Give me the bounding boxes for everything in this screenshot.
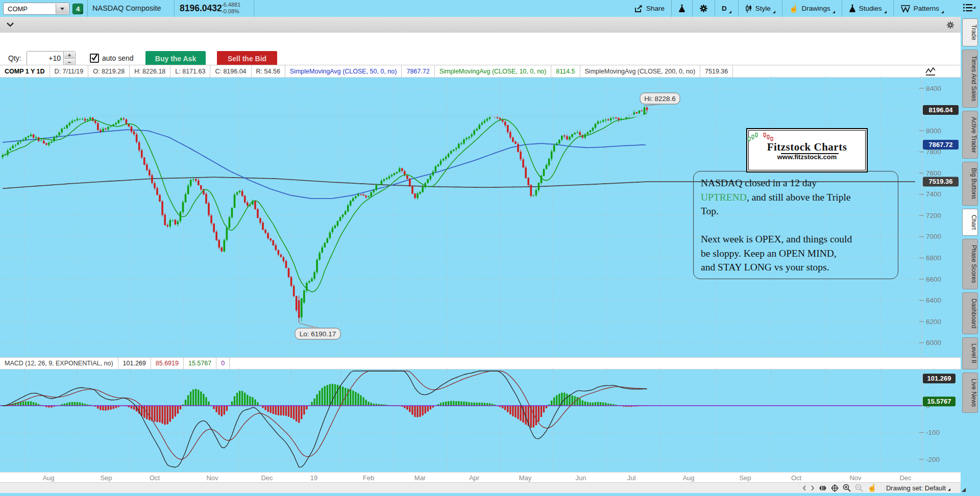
month-label: Jul — [627, 474, 636, 482]
list-icon — [963, 3, 974, 12]
dropdown-corner-icon — [884, 11, 887, 13]
divider — [87, 0, 88, 17]
chevron-down-icon — [60, 8, 64, 10]
ohlc-field: O: 8219.28 — [88, 65, 130, 77]
sidebar-tab-trade[interactable]: Trade — [962, 18, 978, 46]
drawings-button[interactable]: ☝ Drawings — [782, 0, 842, 17]
gear-icon[interactable] — [946, 21, 954, 29]
divider — [174, 0, 175, 17]
macd-value: 85.6919 — [151, 358, 184, 369]
month-label: Sep — [739, 474, 751, 482]
chart-ohlc-header: COMP 1 Y 1DD: 7/11/19O: 8219.28H: 8226.1… — [0, 65, 961, 78]
lo-bubble: Lo: 6190.17 — [300, 330, 336, 338]
zoom-out-icon[interactable] — [855, 484, 863, 492]
style-button[interactable]: Style — [738, 0, 782, 17]
month-label: Oct — [791, 474, 801, 482]
auto-send-checkbox[interactable] — [90, 54, 99, 63]
link-level-badge[interactable]: 4 — [72, 4, 83, 14]
share-button[interactable]: Share — [628, 0, 671, 17]
studies-button[interactable]: Studies — [842, 0, 893, 17]
zoom-in-icon[interactable] — [843, 484, 851, 492]
sidebar-tab-times-and-sales[interactable]: Times And Sales — [962, 49, 978, 108]
price-badge: 8196.04 — [929, 106, 953, 114]
macd-value: 0 — [216, 358, 230, 369]
sidebar-tab-dashboard[interactable]: Dashboard — [962, 292, 978, 335]
price-change: -6.4881 -0.08% — [222, 2, 240, 15]
macd-badge: 15.5767 — [927, 398, 951, 405]
month-label: Mar — [414, 474, 426, 482]
price-tick-label: 6800 — [926, 254, 941, 262]
resize-grip[interactable] — [962, 488, 966, 492]
qty-label: Qty: — [8, 54, 21, 62]
timeframe-button[interactable]: D — [715, 0, 738, 17]
drawing-set-selector[interactable]: Drawing set: Default — [886, 484, 950, 492]
month-label: Dec — [899, 474, 911, 482]
price-tick-label: 6400 — [926, 296, 941, 304]
fitzstock-logo-box: Fitzstock Charts www.fitzstock.com — [746, 128, 868, 172]
month-label: Aug — [42, 474, 54, 482]
price-tick-label: 6600 — [926, 276, 941, 283]
gadget-collapse-bar — [0, 17, 961, 33]
last-price: 8196.0432 — [180, 3, 222, 14]
line-chart-icon[interactable] — [925, 67, 936, 76]
macd-chart[interactable]: 0-100-200101.26915.5767 — [0, 368, 961, 472]
analyze-button[interactable] — [671, 0, 692, 17]
study-value: 7519.36 — [700, 65, 733, 77]
sidebar-tab-live-news[interactable]: Live News — [962, 373, 978, 413]
dropdown-corner-icon — [973, 6, 975, 9]
macd-study-label[interactable]: MACD (12, 26, 9, EXPONENTIAL, no) — [0, 358, 118, 369]
price-tick-label: 7200 — [926, 212, 941, 219]
month-label: Apr — [469, 474, 479, 482]
forward-arrow-icon[interactable] — [811, 485, 815, 491]
hand-pointer-icon: ☝ — [789, 5, 799, 12]
hi-bubble: Hi: 8228.6 — [644, 95, 676, 103]
analysis-note-box[interactable]: NASDAQ closed in a 12 dayUPTREND, and st… — [693, 171, 898, 279]
gadget-list-button[interactable] — [963, 3, 975, 12]
change-percent: -0.08% — [222, 8, 240, 15]
price-tick-label: 8400 — [926, 85, 941, 92]
price-tick-label: 6000 — [926, 339, 941, 346]
month-label: Dec — [261, 474, 273, 482]
sidebar-tab-big-buttons[interactable]: Big Buttons — [962, 162, 978, 205]
study-label[interactable]: SimpleMovingAvg (CLOSE, 10, 0, no) — [435, 65, 552, 77]
share-label: Share — [646, 5, 665, 12]
sidebar-tab-chart[interactable]: Chart — [962, 209, 978, 236]
auto-scroll-icon[interactable] — [819, 485, 827, 491]
study-label[interactable]: SimpleMovingAvg (CLOSE, 50, 0, no) — [285, 65, 402, 77]
study-label[interactable]: SimpleMovingAvg (CLOSE, 200, 0, no) — [580, 65, 701, 77]
logo-title: Fitzstock Charts — [747, 141, 867, 153]
back-arrow-icon[interactable] — [802, 485, 806, 491]
sidebar-tab-phase-scores[interactable]: Phase Scores — [962, 239, 978, 289]
macd-header: MACD (12, 26, 9, EXPONENTIAL, no)101.269… — [0, 357, 961, 369]
price-tick-label: 7400 — [926, 190, 941, 198]
price-tick-label: 8000 — [926, 127, 941, 135]
month-label: Aug — [682, 474, 694, 482]
window-bottom-edge — [0, 493, 980, 496]
qty-value[interactable]: +10 — [27, 52, 63, 66]
macd-badge: 101.269 — [927, 375, 951, 382]
time-axis[interactable]: AugSepOctNovDec19FebMarAprMayJunJulAugSe… — [0, 472, 961, 483]
month-label: Nov — [849, 474, 861, 482]
symbol-select[interactable]: COMP — [3, 3, 69, 15]
hand-pointer-icon[interactable]: ☝ — [867, 483, 877, 492]
logo-candles-icon — [747, 133, 774, 141]
study-value: 8114.5 — [551, 65, 580, 77]
price-tick-label: 7000 — [926, 233, 941, 240]
chevron-down-icon[interactable] — [6, 22, 14, 28]
gadget-sidebar: TradeTimes And SalesActive TraderBig But… — [961, 17, 980, 493]
month-label: Nov — [206, 474, 218, 482]
sidebar-tab-level-ii[interactable]: Level II — [962, 337, 978, 369]
month-label: Feb — [363, 474, 374, 482]
settings-button[interactable] — [692, 0, 715, 17]
macd-tick-label: -100 — [926, 429, 940, 436]
increment-button[interactable]: + — [64, 52, 75, 59]
sidebar-tab-active-trader[interactable]: Active Trader — [962, 111, 978, 159]
share-icon — [634, 5, 643, 13]
crosshair-icon[interactable] — [831, 484, 839, 492]
ohlc-field: R: 54.56 — [252, 65, 285, 77]
quantity-stepper[interactable]: +10 + − — [27, 51, 76, 66]
patterns-button[interactable]: Patterns — [893, 0, 950, 17]
drawing-set-label: Drawing set: Default — [886, 484, 946, 492]
price-badge: 7519.36 — [929, 178, 953, 185]
symbol-dropdown-button[interactable] — [56, 4, 68, 14]
